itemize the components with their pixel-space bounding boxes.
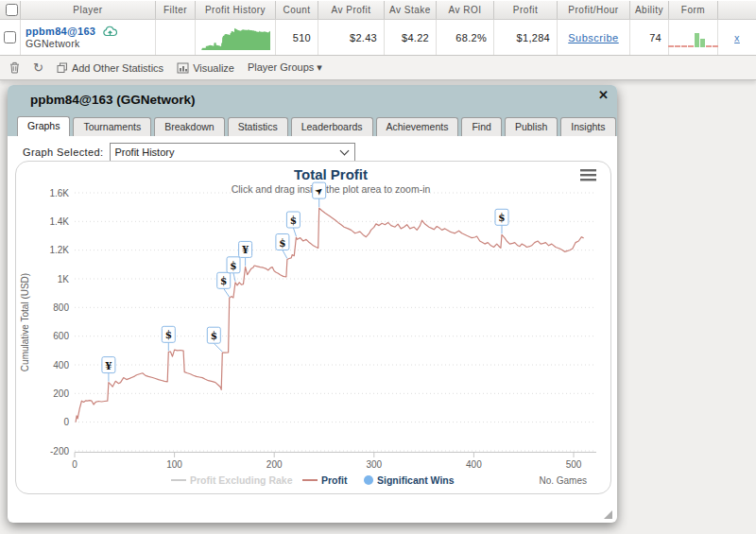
svg-text:1.2K: 1.2K [49, 245, 69, 255]
graph-selector-row: Graph Selected: Profit History [23, 143, 355, 162]
close-icon[interactable]: ✕ [598, 88, 609, 102]
graph-selected-dropdown[interactable]: Profit History [110, 143, 355, 162]
form-bar [700, 39, 705, 47]
tab-graphs[interactable]: Graphs [17, 116, 70, 136]
svg-text:Total Profit: Total Profit [294, 166, 368, 182]
svg-text:¥: ¥ [105, 360, 112, 371]
profit-chart-container: -20002004006008001K1.2K1.4K1.6K010020030… [15, 161, 611, 494]
profit-hour-cell: Subscribe [558, 20, 630, 55]
svg-text:$: $ [290, 215, 297, 226]
svg-text:Cumulative Total (USD): Cumulative Total (USD) [20, 273, 30, 371]
form-dash [668, 45, 674, 47]
svg-text:$: $ [211, 330, 217, 341]
player-groups-menu[interactable]: Player Groups ▾ [248, 61, 322, 74]
column-header-profit[interactable]: Profit [494, 1, 558, 19]
chart-menu-icon[interactable] [580, 169, 596, 181]
header-checkbox-cell[interactable] [0, 1, 21, 19]
svg-text:400: 400 [466, 459, 482, 470]
add-other-statistics-button[interactable]: Add Other Statistics [57, 62, 163, 74]
graph-selected-value: Profit History [115, 146, 175, 158]
tab-achievements[interactable]: Achievements [376, 117, 459, 136]
graph-selected-label: Graph Selected: [23, 146, 104, 158]
profit-history-cell[interactable] [196, 20, 276, 55]
column-header-av-roi[interactable]: Av ROI [437, 1, 494, 19]
svg-text:1.6K: 1.6K [49, 188, 69, 198]
svg-text:200: 200 [53, 388, 69, 399]
tab-publish[interactable]: Publish [505, 117, 558, 136]
svg-text:$: $ [279, 237, 285, 249]
cloud-upload-icon[interactable] [103, 26, 117, 37]
form-cell [669, 20, 718, 55]
count-cell: 510 [276, 20, 318, 55]
chart-legend[interactable]: Profit Excluding RakeProfitSignificant W… [171, 474, 455, 486]
column-header-av-profit[interactable]: Av Profit [318, 1, 385, 19]
significant-win-flag[interactable]: ➤ [313, 182, 326, 207]
resize-grip-icon[interactable] [604, 510, 612, 519]
svg-text:Profit Excluding Rake: Profit Excluding Rake [190, 474, 293, 486]
column-header-player[interactable]: Player [21, 1, 156, 19]
svg-text:300: 300 [366, 459, 382, 470]
player-name-link[interactable]: ppbm84@163 [26, 26, 117, 37]
row-checkbox[interactable] [4, 31, 16, 43]
significant-win-flag[interactable]: $ [217, 272, 231, 297]
svg-text:1K: 1K [58, 274, 70, 284]
visualize-label: Visualize [193, 62, 234, 74]
player-name[interactable]: ppbm84@163 [26, 26, 95, 37]
refresh-icon: ↻ [33, 61, 43, 74]
remove-cell: x [718, 20, 756, 55]
delete-button[interactable] [9, 61, 20, 74]
significant-win-flag[interactable]: $ [207, 327, 222, 352]
player-cell[interactable]: ppbm84@163 GGNetwork [21, 20, 156, 55]
tab-breakdown[interactable]: Breakdown [154, 117, 225, 136]
remove-row-link[interactable]: x [734, 32, 740, 43]
add-other-statistics-label: Add Other Statistics [72, 62, 163, 74]
row-checkbox-cell[interactable] [0, 20, 21, 55]
column-header-ability[interactable]: Ability [630, 1, 669, 19]
tab-insights[interactable]: Insights [560, 117, 615, 136]
form-dash [688, 45, 694, 47]
av-stake-cell: $4.22 [385, 20, 437, 55]
select-all-checkbox[interactable] [6, 4, 18, 16]
significant-win-flag[interactable]: $ [162, 326, 175, 351]
profit-cell: $1,284 [494, 20, 558, 55]
svg-text:Profit: Profit [321, 474, 348, 486]
significant-win-flag[interactable]: ¥ [102, 357, 115, 382]
tab-tournaments[interactable]: Tournaments [73, 117, 151, 136]
tab-statistics[interactable]: Statistics [228, 117, 288, 136]
form-mini-chart [668, 28, 718, 47]
profit-line [76, 208, 584, 422]
column-header-form[interactable]: Form [669, 1, 718, 19]
player-network: GGNetwork [26, 38, 80, 49]
subscribe-link[interactable]: Subscribe [568, 32, 618, 43]
svg-text:$: $ [230, 260, 236, 271]
add-statistics-icon [57, 62, 68, 74]
popup-header[interactable]: ppbm84@163 (GGNetwork) ✕ [8, 85, 617, 115]
tab-leaderboards[interactable]: Leaderboards [291, 117, 373, 136]
svg-text:0: 0 [72, 459, 77, 470]
popup-tab-strip: GraphsTournamentsBreakdownStatisticsLead… [8, 115, 617, 136]
svg-text:100: 100 [166, 459, 182, 470]
svg-text:¥: ¥ [242, 244, 249, 255]
player-groups-label: Player Groups ▾ [248, 61, 322, 74]
popup-title: ppbm84@163 (GGNetwork) [30, 93, 195, 107]
column-header-profit-hour[interactable]: Profit/Hour [558, 1, 630, 19]
column-header-filter[interactable]: Filter [156, 1, 196, 19]
column-header-profit-history[interactable]: Profit History [196, 1, 276, 19]
tab-find[interactable]: Find [461, 117, 501, 136]
visualize-button[interactable]: Visualize [177, 62, 234, 74]
significant-win-flag[interactable]: $ [495, 209, 508, 233]
table-row: ppbm84@163 GGNetwork 510 $2.43 $4.22 68.… [0, 20, 756, 56]
svg-text:0: 0 [63, 417, 69, 427]
filter-cell[interactable] [156, 20, 196, 55]
table-header-row: PlayerFilterProfit HistoryCountAv Profit… [0, 0, 756, 20]
svg-text:1.4K: 1.4K [49, 216, 69, 227]
column-header-count[interactable]: Count [276, 1, 318, 19]
significant-win-flag[interactable]: ¥ [239, 241, 252, 266]
refresh-button[interactable]: ↻ [33, 61, 43, 74]
total-profit-chart[interactable]: -20002004006008001K1.2K1.4K1.6K010020030… [16, 162, 610, 493]
significant-win-flag[interactable]: $ [276, 234, 289, 259]
trash-icon [9, 61, 20, 74]
column-header-av-stake[interactable]: Av Stake [385, 1, 437, 19]
profit-history-sparkline[interactable] [199, 24, 272, 52]
significant-win-flag[interactable]: $ [286, 212, 300, 236]
